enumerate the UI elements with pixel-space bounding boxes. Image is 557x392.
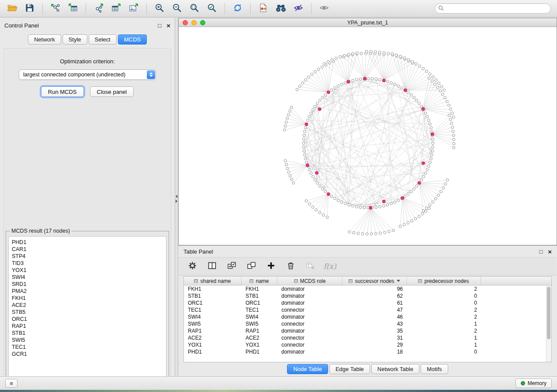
- control-tab-select[interactable]: Select: [89, 34, 117, 45]
- mcds-result-item[interactable]: TEC1: [12, 344, 166, 351]
- export-table-button[interactable]: [108, 2, 124, 15]
- table-row[interactable]: FKH1FKH1dominator962: [184, 285, 546, 292]
- table-row[interactable]: STB1STB1dominator620: [184, 292, 546, 299]
- mcds-result-item[interactable]: RAP1: [12, 323, 166, 330]
- mcds-result-item[interactable]: PMA2: [12, 288, 166, 295]
- column-grip-icon: [194, 279, 198, 283]
- mcds-result-item[interactable]: SWI5: [12, 337, 166, 344]
- table-tab-network-table[interactable]: Network Table: [371, 364, 419, 374]
- import-network-icon: [51, 3, 60, 14]
- criterion-dropdown[interactable]: largest connected component (undirected): [19, 69, 156, 80]
- status-bar: ≡ Memory: [0, 376, 557, 390]
- column-header-successor-nodes[interactable]: successor nodes: [343, 277, 407, 285]
- column-header-name[interactable]: name: [242, 277, 277, 285]
- zoom-in-button[interactable]: [152, 2, 167, 15]
- toolbar-separator: [250, 3, 251, 14]
- export-document-button[interactable]: [256, 2, 271, 15]
- column-header-predecessor-nodes[interactable]: predecessor nodes: [407, 277, 481, 285]
- table-row[interactable]: SWI5SWI5connector431: [184, 320, 546, 327]
- maximize-window-icon[interactable]: [200, 20, 205, 25]
- table-row[interactable]: RAP1RAP1dominator352: [184, 327, 546, 334]
- create-column-button[interactable]: [265, 261, 277, 272]
- mcds-result-list[interactable]: PHD1CAR1STP4TID3YOX1SWI4SRD1PMA2FKH1ACE2…: [8, 236, 166, 391]
- mcds-result-item[interactable]: GCR1: [12, 351, 166, 358]
- scrollbar-thumb[interactable]: [547, 287, 550, 339]
- float-panel-icon[interactable]: □: [158, 23, 161, 28]
- delete-column-button[interactable]: [285, 261, 296, 272]
- show-columns-button[interactable]: [206, 261, 218, 272]
- mcds-result-item[interactable]: STB5: [12, 309, 166, 316]
- splitter-handle[interactable]: [176, 195, 177, 203]
- mcds-tab-content: Optimization criterion: largest connecte…: [3, 48, 171, 375]
- save-session-button[interactable]: [22, 2, 38, 15]
- close-window-icon[interactable]: [183, 20, 188, 25]
- search-box[interactable]: [435, 3, 551, 14]
- table-scrollbar[interactable]: [546, 285, 551, 362]
- node-table: shared namenameMCDS rolesuccessor nodesp…: [183, 276, 552, 362]
- table-row[interactable]: ACE2ACE2connector311: [184, 334, 546, 341]
- open-session-button[interactable]: [4, 2, 20, 15]
- show-hide-button[interactable]: [316, 2, 332, 15]
- table-cell: ORC1: [242, 300, 277, 306]
- table-row[interactable]: YOX1YOX1connector291: [184, 341, 546, 348]
- close-table-panel-icon[interactable]: ×: [548, 248, 552, 255]
- table-tab-motifs[interactable]: Motifs: [421, 364, 448, 374]
- level-of-detail-button[interactable]: [291, 2, 306, 15]
- mcds-result-item[interactable]: TID3: [12, 260, 166, 267]
- main-toolbar: [0, 0, 557, 17]
- mcds-result-item[interactable]: ACE2: [12, 302, 166, 309]
- mcds-result-item[interactable]: ORC1: [12, 316, 166, 323]
- mcds-result-item[interactable]: SWI4: [12, 274, 166, 281]
- column-settings-button[interactable]: [187, 261, 198, 272]
- refresh-button[interactable]: [230, 2, 246, 15]
- vertical-splitter[interactable]: [175, 18, 178, 376]
- import-table-button[interactable]: [65, 2, 81, 15]
- select-all-rows-button[interactable]: [226, 261, 237, 272]
- table-tab-edge-table[interactable]: Edge Table: [329, 364, 370, 374]
- mcds-result-item[interactable]: PHD1: [12, 239, 166, 246]
- mcds-result-item[interactable]: STP4: [12, 253, 166, 260]
- deselect-all-rows-button[interactable]: [246, 261, 257, 272]
- import-network-button[interactable]: [48, 2, 63, 15]
- find-button[interactable]: [273, 2, 289, 15]
- zoom-fit-button[interactable]: [187, 2, 202, 15]
- column-header-label: name: [256, 278, 269, 284]
- mcds-result-item[interactable]: YOX1: [12, 267, 166, 274]
- control-tab-style[interactable]: Style: [62, 34, 87, 45]
- zoom-out-button[interactable]: [169, 2, 185, 15]
- collapse-left-icon[interactable]: [176, 195, 177, 198]
- table-row[interactable]: PHD1PHD1dominator180: [184, 348, 546, 355]
- table-row[interactable]: ORC1ORC1dominator610: [184, 299, 546, 306]
- zoom-selected-button[interactable]: [204, 2, 220, 15]
- control-tab-mcds[interactable]: MCDS: [118, 34, 147, 45]
- memory-button[interactable]: Memory: [515, 378, 552, 388]
- mcds-result-item[interactable]: STB1: [12, 330, 166, 337]
- expand-right-icon[interactable]: [176, 199, 177, 203]
- network-canvas[interactable]: [179, 27, 557, 245]
- export-network-button[interactable]: [91, 2, 107, 15]
- table-cell: PHD1: [184, 349, 242, 355]
- column-header-MCDS-role[interactable]: MCDS role: [277, 277, 343, 285]
- close-panel-icon[interactable]: ×: [166, 22, 170, 29]
- close-panel-button[interactable]: Close panel: [90, 86, 134, 97]
- float-table-panel-icon[interactable]: □: [539, 249, 543, 254]
- export-image-button[interactable]: [126, 2, 142, 15]
- table-cell: ACE2: [184, 335, 242, 341]
- desktop-background: [0, 390, 557, 392]
- search-input[interactable]: [446, 6, 547, 12]
- mcds-result-item[interactable]: FKH1: [12, 295, 166, 302]
- run-mcds-button[interactable]: Run MCDS: [41, 86, 84, 97]
- table-row[interactable]: TEC1TEC1connector472: [184, 306, 546, 313]
- network-window-titlebar[interactable]: YPA_prune.txt_1: [179, 18, 557, 27]
- mcds-result-item[interactable]: SRD1: [12, 281, 166, 288]
- memory-status-icon: [521, 381, 525, 385]
- table-row[interactable]: SWI4SWI4dominator462: [184, 313, 546, 320]
- control-tab-network[interactable]: Network: [28, 34, 61, 45]
- minimize-window-icon[interactable]: [191, 20, 197, 25]
- table-tab-node-table[interactable]: Node Table: [287, 364, 328, 374]
- column-header-shared-name[interactable]: shared name: [184, 277, 242, 285]
- table-body[interactable]: FKH1FKH1dominator962STB1STB1dominator620…: [184, 285, 546, 362]
- task-history-button[interactable]: ≡: [5, 379, 17, 388]
- table-cell: 31: [343, 335, 407, 341]
- mcds-result-item[interactable]: CAR1: [12, 246, 166, 253]
